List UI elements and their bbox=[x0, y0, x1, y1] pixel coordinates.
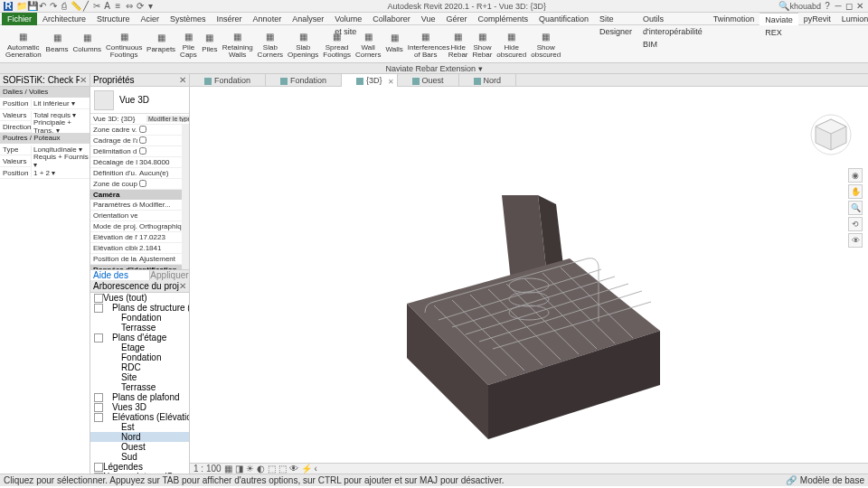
nav-zoom-icon[interactable]: 🔍 bbox=[848, 201, 863, 215]
doc-tab[interactable]: Fondation bbox=[190, 74, 266, 87]
tree-node[interactable]: Terrasse bbox=[90, 382, 189, 392]
sofistik-close-icon[interactable]: ✕ bbox=[80, 75, 87, 85]
maximize-icon[interactable]: ◻ bbox=[844, 2, 854, 11]
ribbon-col-button[interactable]: ▦Columns bbox=[71, 27, 104, 61]
sofistik-row[interactable]: DirectionPrincipale + Trans. ▾ bbox=[0, 121, 90, 133]
ribbon-tab-twinmotion[interactable]: Twinmotion bbox=[708, 13, 760, 25]
tree-node[interactable]: Nomenclatures/Quantités (tou bbox=[90, 472, 189, 474]
qat-align-icon[interactable]: A bbox=[103, 2, 111, 10]
help-icon[interactable]: ? bbox=[823, 2, 832, 11]
properties-type-selector[interactable]: Vue 3D bbox=[90, 87, 189, 114]
user-label[interactable]: khouabd bbox=[789, 2, 821, 11]
tree-node[interactable]: Vues 3D bbox=[90, 402, 189, 412]
view-cube[interactable] bbox=[810, 114, 852, 155]
props-section-camera[interactable]: Caméra bbox=[90, 190, 189, 200]
sofistik-row[interactable]: ValeursRequis + Fournis ▾ bbox=[0, 155, 90, 167]
tree-node[interactable]: Terrasse bbox=[90, 323, 189, 333]
qat-redo-icon[interactable]: ↷ bbox=[49, 2, 57, 10]
ribbon-piles-button[interactable]: ▦Piles bbox=[200, 27, 220, 61]
status-link-icon[interactable]: 🔗 bbox=[786, 475, 797, 485]
properties-instance-selector[interactable]: Vue 3D: {3D} Modifier le type bbox=[90, 114, 189, 125]
minimize-icon[interactable]: ─ bbox=[834, 2, 843, 11]
tree-node[interactable]: Sud bbox=[90, 452, 189, 462]
property-row[interactable]: Zone cadre v.. bbox=[90, 125, 189, 136]
ribbon-tab-annoter[interactable]: Annoter bbox=[248, 13, 288, 25]
doc-tab[interactable]: Fondation bbox=[266, 74, 342, 87]
props-section-id[interactable]: Données d'identification bbox=[90, 265, 189, 269]
properties-help-link[interactable]: Aide des propriétés bbox=[90, 270, 149, 280]
ribbon-tab-vue[interactable]: Vue bbox=[416, 13, 441, 25]
ribbon-interf-button[interactable]: ▦Interferencesof Bars bbox=[406, 27, 446, 61]
project-browser-close-icon[interactable]: ✕ bbox=[179, 281, 186, 291]
property-row[interactable]: Elévation cible2.1841 bbox=[90, 243, 189, 254]
tree-node[interactable]: Fondation bbox=[90, 313, 189, 323]
doc-tab[interactable]: Ouest bbox=[398, 74, 459, 87]
property-row[interactable]: Définition d'u..Aucun(e) bbox=[90, 168, 189, 179]
nav-fullwheel-icon[interactable]: ◉ bbox=[848, 168, 863, 183]
ribbon-tab-systmes[interactable]: Systèmes bbox=[165, 13, 212, 25]
tree-node[interactable]: Ouest bbox=[90, 442, 189, 452]
sofistik-row[interactable]: PositionLit inférieur ▾ bbox=[0, 98, 90, 109]
property-row[interactable]: Zone de coupe bbox=[90, 179, 189, 190]
ribbon-tab-architecture[interactable]: Architecture bbox=[37, 13, 91, 25]
qat-dim-icon[interactable]: ⇔ bbox=[125, 2, 133, 10]
ribbon-tab-volumeetsite[interactable]: Volume et site bbox=[329, 13, 367, 25]
tree-node[interactable]: Vues (tout) bbox=[90, 293, 189, 303]
qat-open-icon[interactable]: 📁 bbox=[16, 2, 24, 10]
tree-node[interactable]: Plans de plafond bbox=[90, 392, 189, 402]
tree-node[interactable]: Est bbox=[90, 422, 189, 432]
tree-node[interactable]: Plans de structure (Plan struc bbox=[90, 303, 189, 313]
qat-thin-icon[interactable]: ╱ bbox=[81, 2, 90, 10]
tree-node[interactable]: Fondation bbox=[90, 352, 189, 362]
tree-node[interactable]: Nord bbox=[90, 432, 189, 442]
project-browser-tree[interactable]: Vues (tout)Plans de structure (Plan stru… bbox=[90, 293, 189, 474]
properties-scrollbar[interactable] bbox=[182, 125, 189, 269]
ribbon-tab-collaborer[interactable]: Collaborer bbox=[367, 13, 416, 25]
ribbon-slabc-button[interactable]: ▦SlabCorners bbox=[256, 27, 285, 61]
property-row[interactable]: Position de la..Ajustement bbox=[90, 254, 189, 265]
ribbon-walls-button[interactable]: ▦Walls bbox=[383, 27, 404, 61]
property-row[interactable]: Paramètres de..Modifier... bbox=[90, 200, 189, 211]
vc-render-icon[interactable]: ⬚ bbox=[268, 464, 276, 474]
vc-style-icon[interactable]: ◨ bbox=[235, 464, 243, 474]
ribbon-tab-analyser[interactable]: Analyser bbox=[287, 13, 329, 25]
ribbon-tab-outilsdinteroprabilitbim[interactable]: Outils d'interopérabilité BIM bbox=[637, 13, 708, 25]
vc-shadow-icon[interactable]: ◐ bbox=[257, 464, 265, 474]
vc-crop-icon[interactable]: ⬚ bbox=[278, 464, 287, 474]
qat-measure-icon[interactable]: 📏 bbox=[71, 2, 79, 10]
vc-reveal-icon[interactable]: ⚡ bbox=[301, 464, 312, 474]
ribbon-tab-acier[interactable]: Acier bbox=[136, 13, 165, 25]
view-scale[interactable]: 1 : 100 bbox=[193, 464, 222, 474]
sofistik-section-poutres[interactable]: Poutres / Poteaux bbox=[0, 133, 90, 144]
tree-node[interactable]: Elévations (Elévation de const bbox=[90, 412, 189, 422]
tree-node[interactable]: Plans d'étage bbox=[90, 333, 189, 343]
viewport-3d[interactable]: ◉ ✋ 🔍 ⟲ 👁 bbox=[190, 87, 868, 463]
qat-section-icon[interactable]: ✂ bbox=[92, 2, 100, 10]
vc-detail-icon[interactable]: ▦ bbox=[224, 464, 232, 474]
doc-tab[interactable]: Nord bbox=[459, 74, 517, 87]
property-row[interactable]: Mode de proj..Orthographique bbox=[90, 221, 189, 232]
tree-node[interactable]: RDC bbox=[90, 362, 189, 372]
qat-print-icon[interactable]: ⎙ bbox=[60, 2, 68, 10]
ribbon-hideo-button[interactable]: ▦Hideobscured bbox=[495, 27, 528, 61]
nav-orbit-icon[interactable]: ⟲ bbox=[848, 217, 863, 231]
ribbon-tab-lumion[interactable]: Lumion® bbox=[836, 13, 868, 25]
ribbon-cfoot-button[interactable]: ▦ContinuousFootings bbox=[104, 27, 144, 61]
ribbon-wallc-button[interactable]: ▦WallCorners bbox=[354, 27, 382, 61]
qat-text-icon[interactable]: ≡ bbox=[114, 2, 122, 10]
ribbon-tab-grer[interactable]: Gérer bbox=[440, 13, 472, 25]
ribbon-tab-pyrevit[interactable]: pyRevit bbox=[798, 13, 836, 25]
vc-sun-icon[interactable]: ☀ bbox=[246, 464, 254, 474]
ribbon-tab-sitedesigner[interactable]: Site Designer bbox=[594, 13, 637, 25]
qat-save-icon[interactable]: 💾 bbox=[27, 2, 35, 10]
ribbon-pile-button[interactable]: ▦PileCaps bbox=[178, 27, 199, 61]
ribbon-tab-complments[interactable]: Compléments bbox=[472, 13, 533, 25]
ribbon-beam-button[interactable]: ▦Beams bbox=[44, 27, 71, 61]
tree-node[interactable]: Etage bbox=[90, 343, 189, 352]
property-row[interactable]: Elévation de l'..17.0223 bbox=[90, 232, 189, 243]
ribbon-hide-button[interactable]: ▦HideRebar bbox=[447, 27, 470, 61]
close-icon[interactable]: ✕ bbox=[855, 2, 864, 11]
ribbon-tab-naviaterex[interactable]: Naviate REX bbox=[760, 13, 798, 25]
tree-node[interactable]: Site bbox=[90, 372, 189, 382]
properties-close-icon[interactable]: ✕ bbox=[179, 75, 186, 85]
